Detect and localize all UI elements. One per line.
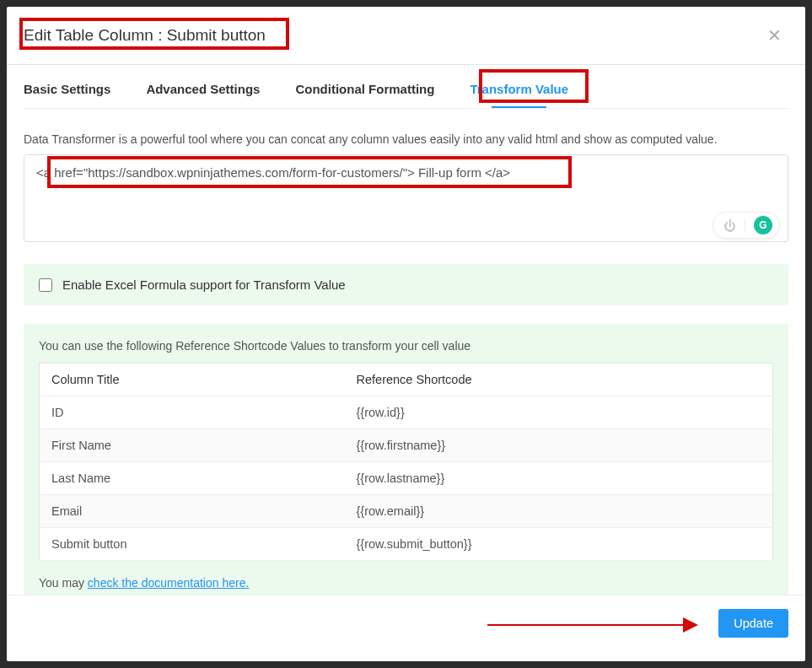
close-icon: ✕ (767, 26, 782, 45)
tab-bar: Basic Settings Advanced Settings Conditi… (24, 65, 788, 109)
excel-formula-row[interactable]: Enable Excel Formula support for Transfo… (24, 264, 788, 305)
doc-prefix: You may (39, 576, 88, 590)
excel-formula-label: Enable Excel Formula support for Transfo… (62, 277, 346, 292)
excel-formula-checkbox[interactable] (39, 278, 52, 292)
reference-intro: You can use the following Reference Shor… (39, 339, 773, 353)
cell-title: Submit button (40, 528, 345, 561)
table-row: Email {{row.email}} (40, 495, 773, 528)
tab-basic-settings[interactable]: Basic Settings (24, 82, 110, 108)
header-column-title: Column Title (40, 364, 345, 396)
annotation-arrow (487, 612, 707, 638)
modal-header: Edit Table Column : Submit button ✕ (7, 7, 805, 65)
arrow-head-icon (683, 617, 698, 633)
tab-conditional-formatting[interactable]: Conditional Formatting (295, 82, 434, 108)
table-header-row: Column Title Reference Shortcode (40, 364, 773, 396)
tab-advanced-settings[interactable]: Advanced Settings (146, 82, 260, 108)
close-button[interactable]: ✕ (761, 22, 788, 49)
update-button[interactable]: Update (718, 609, 788, 638)
power-icon[interactable]: ⏻ (723, 218, 745, 233)
cell-code: {{row.lastname}} (345, 462, 773, 495)
documentation-link[interactable]: check the documentation here. (88, 576, 249, 590)
cell-title: ID (40, 396, 345, 429)
table-row: ID {{row.id}} (40, 396, 773, 429)
cell-title: Email (40, 495, 345, 528)
reference-section: You can use the following Reference Shor… (24, 324, 788, 595)
modal-title: Edit Table Column : Submit button (24, 26, 266, 45)
cell-title: First Name (40, 429, 345, 462)
table-row: First Name {{row.firstname}} (40, 429, 773, 462)
table-row: Last Name {{row.lastname}} (40, 462, 773, 495)
reference-table: Column Title Reference Shortcode ID {{ro… (39, 363, 773, 561)
modal-footer: Update (7, 595, 805, 661)
table-row: Submit button {{row.submit_button}} (40, 528, 773, 561)
transform-description: Data Transformer is a powerful tool wher… (24, 132, 788, 146)
modal-body: Basic Settings Advanced Settings Conditi… (7, 65, 805, 595)
transform-textarea-wrap: ⏻ G (24, 154, 788, 245)
documentation-line: You may check the documentation here. (39, 576, 773, 590)
textarea-toolbar: ⏻ G (713, 212, 780, 239)
transform-textarea[interactable] (24, 154, 788, 242)
cell-code: {{row.id}} (345, 396, 773, 429)
cell-code: {{row.submit_button}} (345, 528, 773, 561)
tab-transform-value[interactable]: Transform Value (470, 82, 568, 108)
arrow-line (487, 624, 683, 626)
grammarly-icon[interactable]: G (754, 216, 772, 234)
header-reference-shortcode: Reference Shortcode (345, 364, 773, 396)
cell-title: Last Name (40, 462, 345, 495)
cell-code: {{row.email}} (345, 495, 773, 528)
cell-code: {{row.firstname}} (345, 429, 773, 462)
modal-window: Edit Table Column : Submit button ✕ Basi… (7, 7, 805, 661)
